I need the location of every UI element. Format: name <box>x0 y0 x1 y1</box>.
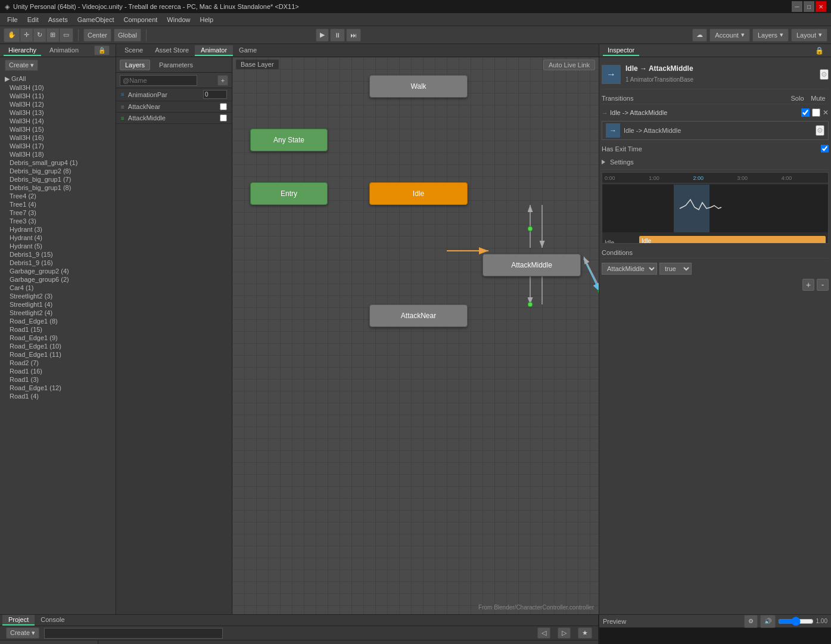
has-exit-time-checkbox[interactable] <box>821 145 829 153</box>
node-idle[interactable]: Idle <box>369 182 468 205</box>
menu-edit[interactable]: Edit <box>23 15 43 24</box>
list-item[interactable]: Wall3H (17) <box>0 142 116 150</box>
list-item[interactable]: Debris_big_grup2 (8) <box>0 167 116 175</box>
menu-component[interactable]: Component <box>119 15 162 24</box>
project-create-button[interactable]: Create ▾ <box>6 627 39 639</box>
list-item[interactable]: Wall3H (15) <box>0 125 116 133</box>
tab-project[interactable]: Project <box>2 615 35 626</box>
list-item[interactable]: ▶ GrAll <box>0 74 116 83</box>
list-item[interactable]: Tree3 (3) <box>0 217 116 225</box>
list-item[interactable]: Garbage_group6 (2) <box>0 275 116 284</box>
tab-scene[interactable]: Scene <box>119 45 149 56</box>
node-attackmiddle[interactable]: AttackMiddle <box>483 254 581 276</box>
pause-button[interactable]: ⏸ <box>330 29 345 42</box>
preview-settings-btn[interactable]: ⚙ <box>744 615 758 628</box>
rect-tool[interactable]: ▭ <box>60 29 73 42</box>
minimize-button[interactable]: ─ <box>792 1 802 12</box>
tree-item-favorites[interactable]: ★ Favorites <box>0 642 98 644</box>
step-button[interactable]: ⏭ <box>346 29 361 42</box>
list-item[interactable]: Road1 (3) <box>0 375 116 384</box>
settings-toggle[interactable]: Settings <box>602 157 829 167</box>
tab-inspector[interactable]: Inspector <box>603 45 639 56</box>
list-item[interactable]: Tree4 (2) <box>0 192 116 200</box>
list-item[interactable]: Wall3H (10) <box>0 83 116 92</box>
list-item[interactable]: Wall3H (13) <box>0 108 116 117</box>
list-item[interactable]: Road1 (16) <box>0 367 116 375</box>
subtab-layers[interactable]: Layers <box>120 60 150 70</box>
hierarchy-lock-button[interactable]: 🔒 <box>94 45 110 55</box>
menu-file[interactable]: File <box>2 15 23 24</box>
list-item[interactable]: Wall3H (12) <box>0 100 116 108</box>
list-item[interactable]: Wall3H (18) <box>0 150 116 158</box>
layout-button[interactable]: Layout ▾ <box>791 29 827 42</box>
transition-mute-checkbox[interactable] <box>812 108 820 117</box>
list-item[interactable]: Streetlight1 (4) <box>0 300 116 309</box>
scale-tool[interactable]: ⊞ <box>46 29 59 42</box>
list-item[interactable]: Hydrant (5) <box>0 242 116 250</box>
inspector-gear-button[interactable]: ⚙ <box>820 69 829 80</box>
params-add-button[interactable]: + <box>217 75 228 86</box>
list-item[interactable]: Wall3H (16) <box>0 133 116 142</box>
list-item[interactable]: Road1 (4) <box>0 392 116 400</box>
list-item[interactable]: Debris_small_grup4 (1) <box>0 158 116 167</box>
list-item[interactable]: Hydrant (3) <box>0 225 116 234</box>
animator-canvas[interactable]: Base Layer Auto Live Link <box>232 57 599 614</box>
hierarchy-create-button[interactable]: Create ▾ <box>5 60 38 71</box>
list-item[interactable]: Debris1_9 (16) <box>0 259 116 267</box>
auto-live-button[interactable]: Auto Live Link <box>543 60 595 70</box>
project-nav-back[interactable]: ◁ <box>537 627 550 639</box>
attack-near-checkbox[interactable] <box>220 103 227 110</box>
preview-audio-btn[interactable]: 🔊 <box>760 615 776 628</box>
close-button[interactable]: ✕ <box>816 1 826 12</box>
list-item[interactable]: Wall3H (14) <box>0 117 116 125</box>
project-nav-forward[interactable]: ▷ <box>558 627 571 639</box>
list-item[interactable]: Road_Edge1 (8) <box>0 317 116 325</box>
list-item[interactable]: Road1 (15) <box>0 325 116 334</box>
list-item[interactable]: Wall3H (11) <box>0 92 116 100</box>
transition-gear-button[interactable]: ⚙ <box>816 125 824 136</box>
project-search-input[interactable] <box>44 628 223 639</box>
play-button[interactable]: ▶ <box>316 29 329 42</box>
layers-button[interactable]: Layers ▾ <box>752 29 789 42</box>
list-item[interactable]: Garbage_group2 (4) <box>0 267 116 275</box>
tab-game[interactable]: Game <box>233 45 263 56</box>
inspector-lock-button[interactable]: 🔒 <box>811 44 827 57</box>
menu-help[interactable]: Help <box>195 15 218 24</box>
transition-solo-checkbox[interactable] <box>801 108 810 117</box>
list-item[interactable]: Road2 (7) <box>0 359 116 367</box>
account-button[interactable]: Account ▾ <box>709 29 750 42</box>
list-item[interactable]: Streetlight2 (3) <box>0 292 116 300</box>
tab-animation[interactable]: Animation <box>45 45 83 56</box>
tab-animator[interactable]: Animator <box>195 45 233 56</box>
tab-console[interactable]: Console <box>35 615 70 626</box>
maximize-button[interactable]: □ <box>804 1 814 12</box>
auto-live-btn[interactable]: Auto Live Link <box>543 60 595 70</box>
node-attacknear[interactable]: AttackNear <box>369 304 468 327</box>
list-item[interactable]: Tree7 (3) <box>0 209 116 217</box>
list-item[interactable]: Road_Edge1 (9) <box>0 334 116 342</box>
animation-par-input[interactable] <box>203 90 227 99</box>
list-item[interactable]: Hydrant (4) <box>0 234 116 242</box>
list-item[interactable]: Road_Edge1 (10) <box>0 342 116 350</box>
condition-add-button[interactable]: + <box>802 279 814 291</box>
hand-tool[interactable]: ✋ <box>4 29 20 42</box>
attack-middle-checkbox[interactable] <box>220 114 227 122</box>
node-entry[interactable]: Entry <box>250 182 328 205</box>
list-item[interactable]: Debris_big_grup1 (7) <box>0 175 116 183</box>
tab-asset-store[interactable]: Asset Store <box>149 45 195 56</box>
condition-value-select[interactable]: true false <box>659 263 692 275</box>
transition-delete-button[interactable]: ✕ <box>823 108 829 117</box>
params-search-input[interactable] <box>120 75 197 86</box>
node-any-state[interactable]: Any State <box>250 129 328 151</box>
list-item[interactable]: Tree1 (4) <box>0 200 116 209</box>
tab-hierarchy[interactable]: Hierarchy <box>4 45 41 56</box>
cloud-button[interactable]: ☁ <box>692 29 707 42</box>
list-item[interactable]: Car4 (1) <box>0 284 116 292</box>
list-item[interactable]: Debris_big_grup1 (8) <box>0 183 116 192</box>
menu-assets[interactable]: Assets <box>43 15 73 24</box>
condition-remove-button[interactable]: - <box>817 279 829 291</box>
preview-speed-slider[interactable] <box>778 617 814 626</box>
center-button[interactable]: Center <box>83 29 111 42</box>
rotate-tool[interactable]: ↻ <box>33 29 46 42</box>
list-item[interactable]: Road_Edge1 (11) <box>0 350 116 359</box>
